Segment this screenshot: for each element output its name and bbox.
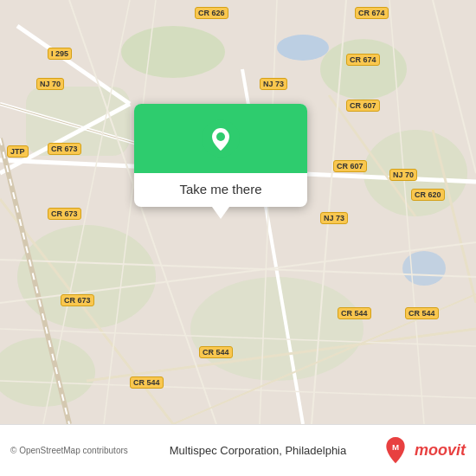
svg-text:M: M: [392, 442, 399, 452]
road-label-cr544d: CR 544: [130, 376, 164, 389]
svg-point-8: [277, 35, 329, 61]
popup-header: [134, 104, 307, 173]
road-label-cr607b: CR 607: [333, 160, 367, 172]
road-label-cr673b: CR 673: [48, 208, 81, 220]
road-label-cr674a: CR 674: [355, 7, 389, 19]
road-label-nj70a: NJ 70: [36, 78, 64, 90]
road-label-cr673c: CR 673: [61, 294, 94, 306]
map-container: CR 626 CR 674 CR 674 I 295 NJ 70 NJ 73 C…: [0, 0, 476, 424]
svg-point-35: [216, 132, 225, 141]
svg-point-1: [121, 26, 225, 78]
road-label-cr544a: CR 544: [338, 307, 371, 319]
road-label-nj73b: NJ 73: [320, 212, 348, 224]
svg-point-5: [190, 277, 363, 381]
road-label-cr544c: CR 544: [199, 346, 233, 358]
road-label-jtp: JTP: [7, 145, 29, 158]
moovit-brand-text: moovit: [415, 441, 466, 460]
take-me-there-button[interactable]: Take me there: [179, 182, 261, 196]
road-label-cr674b: CR 674: [346, 54, 380, 66]
moovit-icon: M: [382, 437, 409, 465]
road-label-i295: I 295: [48, 48, 72, 60]
road-label-cr673a: CR 673: [48, 143, 81, 155]
location-popup: Take me there: [134, 104, 307, 207]
moovit-logo: M moovit: [382, 437, 466, 465]
bottom-bar: © OpenStreetMap contributors Multispec C…: [0, 424, 476, 476]
road-label-nj73a: NJ 73: [260, 78, 287, 90]
svg-point-9: [402, 251, 446, 286]
road-label-cr626: CR 626: [195, 7, 228, 19]
road-label-cr544b: CR 544: [405, 307, 439, 319]
road-label-cr607a: CR 607: [346, 100, 380, 112]
location-pin-icon: [202, 119, 240, 158]
location-text: Multispec Corporation, Philadelphia: [134, 444, 382, 457]
road-label-nj70b: NJ 70: [389, 169, 417, 181]
osm-credit-text: © OpenStreetMap contributors: [10, 446, 128, 455]
osm-credit: © OpenStreetMap contributors: [10, 446, 134, 455]
road-label-cr620: CR 620: [411, 189, 445, 201]
